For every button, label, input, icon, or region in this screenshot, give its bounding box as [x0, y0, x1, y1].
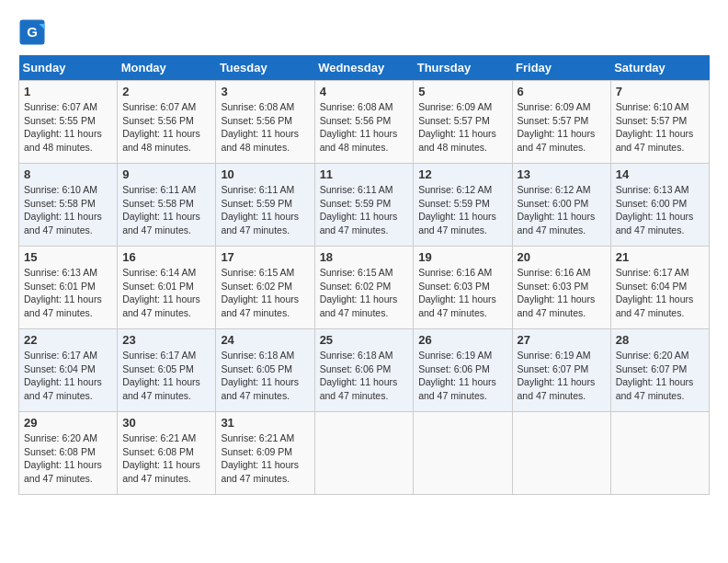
calendar-cell: 27 Sunrise: 6:19 AM Sunset: 6:07 PM Dayl… — [512, 329, 610, 412]
day-number: 31 — [221, 416, 309, 430]
calendar-cell: 30 Sunrise: 6:21 AM Sunset: 6:08 PM Dayl… — [118, 412, 216, 495]
calendar-cell: 9 Sunrise: 6:11 AM Sunset: 5:58 PM Dayli… — [118, 164, 216, 247]
logo: G — [18, 18, 50, 46]
day-detail: Sunrise: 6:21 AM Sunset: 6:08 PM Dayligh… — [122, 431, 210, 486]
day-detail: Sunrise: 6:07 AM Sunset: 5:56 PM Dayligh… — [122, 100, 210, 155]
day-detail: Sunrise: 6:12 AM Sunset: 5:59 PM Dayligh… — [418, 183, 506, 237]
logo-icon: G — [18, 18, 46, 46]
day-detail: Sunrise: 6:20 AM Sunset: 6:08 PM Dayligh… — [24, 431, 112, 486]
day-number: 14 — [616, 167, 704, 181]
day-header-friday: Friday — [512, 55, 610, 81]
calendar-week-3: 15 Sunrise: 6:13 AM Sunset: 6:01 PM Dayl… — [19, 247, 710, 329]
calendar-cell: 20 Sunrise: 6:16 AM Sunset: 6:03 PM Dayl… — [512, 247, 610, 329]
calendar-cell: 5 Sunrise: 6:09 AM Sunset: 5:57 PM Dayli… — [414, 81, 512, 164]
header: G — [18, 18, 710, 46]
day-number: 25 — [320, 333, 409, 347]
calendar-cell: 11 Sunrise: 6:11 AM Sunset: 5:59 PM Dayl… — [314, 164, 414, 247]
calendar-cell: 1 Sunrise: 6:07 AM Sunset: 5:55 PM Dayli… — [19, 81, 118, 164]
calendar-cell: 14 Sunrise: 6:13 AM Sunset: 6:00 PM Dayl… — [610, 164, 709, 247]
day-detail: Sunrise: 6:16 AM Sunset: 6:03 PM Dayligh… — [418, 266, 506, 320]
day-header-sunday: Sunday — [19, 55, 118, 81]
day-number: 11 — [320, 167, 409, 181]
day-number: 24 — [221, 333, 309, 347]
calendar-cell — [314, 412, 414, 495]
day-number: 29 — [24, 416, 112, 430]
day-number: 17 — [221, 250, 309, 264]
calendar-cell: 29 Sunrise: 6:20 AM Sunset: 6:08 PM Dayl… — [19, 412, 118, 495]
day-header-row: SundayMondayTuesdayWednesdayThursdayFrid… — [19, 55, 710, 81]
day-detail: Sunrise: 6:11 AM Sunset: 5:58 PM Dayligh… — [122, 183, 210, 237]
day-number: 10 — [221, 167, 309, 181]
day-detail: Sunrise: 6:13 AM Sunset: 6:00 PM Dayligh… — [616, 183, 704, 237]
calendar-table: SundayMondayTuesdayWednesdayThursdayFrid… — [18, 55, 710, 495]
day-detail: Sunrise: 6:08 AM Sunset: 5:56 PM Dayligh… — [221, 100, 309, 155]
day-number: 18 — [320, 250, 409, 264]
day-number: 9 — [122, 167, 210, 181]
day-header-saturday: Saturday — [610, 55, 709, 81]
day-detail: Sunrise: 6:12 AM Sunset: 6:00 PM Dayligh… — [518, 183, 606, 237]
day-detail: Sunrise: 6:17 AM Sunset: 6:05 PM Dayligh… — [122, 349, 210, 403]
calendar-cell: 12 Sunrise: 6:12 AM Sunset: 5:59 PM Dayl… — [414, 164, 512, 247]
calendar-week-2: 8 Sunrise: 6:10 AM Sunset: 5:58 PM Dayli… — [19, 164, 710, 247]
calendar-week-4: 22 Sunrise: 6:17 AM Sunset: 6:04 PM Dayl… — [19, 329, 710, 412]
day-detail: Sunrise: 6:09 AM Sunset: 5:57 PM Dayligh… — [418, 100, 506, 155]
calendar-cell — [414, 412, 512, 495]
calendar-cell: 6 Sunrise: 6:09 AM Sunset: 5:57 PM Dayli… — [512, 81, 610, 164]
day-number: 19 — [418, 250, 506, 264]
day-number: 28 — [616, 333, 704, 347]
day-detail: Sunrise: 6:15 AM Sunset: 6:02 PM Dayligh… — [221, 266, 309, 320]
day-number: 4 — [320, 85, 409, 98]
calendar-cell: 8 Sunrise: 6:10 AM Sunset: 5:58 PM Dayli… — [19, 164, 118, 247]
day-number: 1 — [24, 85, 112, 98]
day-header-monday: Monday — [118, 55, 216, 81]
svg-text:G: G — [27, 24, 38, 40]
calendar-cell: 17 Sunrise: 6:15 AM Sunset: 6:02 PM Dayl… — [216, 247, 314, 329]
calendar-cell: 15 Sunrise: 6:13 AM Sunset: 6:01 PM Dayl… — [19, 247, 118, 329]
calendar-cell: 4 Sunrise: 6:08 AM Sunset: 5:56 PM Dayli… — [314, 81, 414, 164]
day-detail: Sunrise: 6:07 AM Sunset: 5:55 PM Dayligh… — [24, 100, 112, 155]
day-detail: Sunrise: 6:20 AM Sunset: 6:07 PM Dayligh… — [616, 349, 704, 403]
day-number: 2 — [122, 85, 210, 98]
day-header-thursday: Thursday — [414, 55, 512, 81]
calendar-cell: 16 Sunrise: 6:14 AM Sunset: 6:01 PM Dayl… — [118, 247, 216, 329]
day-detail: Sunrise: 6:11 AM Sunset: 5:59 PM Dayligh… — [221, 183, 309, 237]
day-number: 23 — [122, 333, 210, 347]
day-detail: Sunrise: 6:21 AM Sunset: 6:09 PM Dayligh… — [221, 431, 309, 486]
calendar-cell: 3 Sunrise: 6:08 AM Sunset: 5:56 PM Dayli… — [216, 81, 314, 164]
day-number: 21 — [616, 250, 704, 264]
calendar-cell: 24 Sunrise: 6:18 AM Sunset: 6:05 PM Dayl… — [216, 329, 314, 412]
calendar-cell: 25 Sunrise: 6:18 AM Sunset: 6:06 PM Dayl… — [314, 329, 414, 412]
day-number: 26 — [418, 333, 506, 347]
day-detail: Sunrise: 6:17 AM Sunset: 6:04 PM Dayligh… — [24, 349, 112, 403]
day-number: 27 — [518, 333, 606, 347]
calendar-cell: 7 Sunrise: 6:10 AM Sunset: 5:57 PM Dayli… — [610, 81, 709, 164]
calendar-cell — [610, 412, 709, 495]
calendar-cell: 23 Sunrise: 6:17 AM Sunset: 6:05 PM Dayl… — [118, 329, 216, 412]
calendar-week-5: 29 Sunrise: 6:20 AM Sunset: 6:08 PM Dayl… — [19, 412, 710, 495]
calendar-cell: 22 Sunrise: 6:17 AM Sunset: 6:04 PM Dayl… — [19, 329, 118, 412]
day-detail: Sunrise: 6:14 AM Sunset: 6:01 PM Dayligh… — [122, 266, 210, 320]
day-detail: Sunrise: 6:10 AM Sunset: 5:58 PM Dayligh… — [24, 183, 112, 237]
calendar-cell — [512, 412, 610, 495]
day-number: 22 — [24, 333, 112, 347]
calendar-cell: 2 Sunrise: 6:07 AM Sunset: 5:56 PM Dayli… — [118, 81, 216, 164]
day-number: 30 — [122, 416, 210, 430]
day-number: 3 — [221, 85, 309, 98]
calendar-cell: 31 Sunrise: 6:21 AM Sunset: 6:09 PM Dayl… — [216, 412, 314, 495]
day-detail: Sunrise: 6:13 AM Sunset: 6:01 PM Dayligh… — [24, 266, 112, 320]
day-number: 7 — [616, 85, 704, 98]
day-number: 13 — [518, 167, 606, 181]
day-detail: Sunrise: 6:18 AM Sunset: 6:05 PM Dayligh… — [221, 349, 309, 403]
day-detail: Sunrise: 6:17 AM Sunset: 6:04 PM Dayligh… — [616, 266, 704, 320]
day-number: 12 — [418, 167, 506, 181]
day-detail: Sunrise: 6:18 AM Sunset: 6:06 PM Dayligh… — [320, 349, 409, 403]
calendar-cell: 10 Sunrise: 6:11 AM Sunset: 5:59 PM Dayl… — [216, 164, 314, 247]
day-number: 16 — [122, 250, 210, 264]
calendar-week-1: 1 Sunrise: 6:07 AM Sunset: 5:55 PM Dayli… — [19, 81, 710, 164]
day-detail: Sunrise: 6:11 AM Sunset: 5:59 PM Dayligh… — [320, 183, 409, 237]
day-number: 8 — [24, 167, 112, 181]
day-detail: Sunrise: 6:19 AM Sunset: 6:07 PM Dayligh… — [518, 349, 606, 403]
day-detail: Sunrise: 6:15 AM Sunset: 6:02 PM Dayligh… — [320, 266, 409, 320]
day-number: 5 — [418, 85, 506, 98]
calendar-cell: 19 Sunrise: 6:16 AM Sunset: 6:03 PM Dayl… — [414, 247, 512, 329]
